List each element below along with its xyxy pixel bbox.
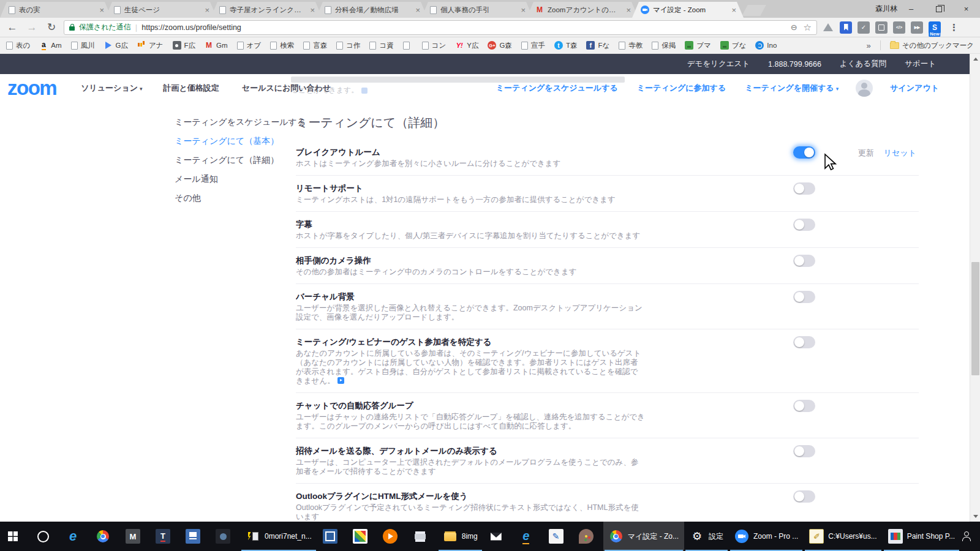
bookmark-item[interactable]: コン xyxy=(422,41,447,50)
setting-toggle[interactable] xyxy=(793,182,815,195)
taskbar-button[interactable] xyxy=(90,522,120,551)
page-scrollbar[interactable] xyxy=(970,54,980,522)
taskbar-button[interactable] xyxy=(347,522,377,551)
taskbar-button[interactable] xyxy=(483,522,513,551)
bookmark-item[interactable]: コ作 xyxy=(336,41,360,50)
tab-close-icon[interactable]: × xyxy=(414,6,421,15)
close-button[interactable]: × xyxy=(952,0,980,18)
minimize-button[interactable]: – xyxy=(897,0,925,18)
taskbar-button[interactable] xyxy=(0,522,30,551)
browser-tab[interactable]: 寺子屋オンラインクラス一覧 × xyxy=(211,2,322,18)
reload-button[interactable]: ↻ xyxy=(44,21,59,34)
taskbar-button[interactable]: 設定 xyxy=(684,522,729,551)
browser-tab[interactable]: 表の実 × xyxy=(0,2,111,18)
scroll-down-arrow[interactable] xyxy=(970,511,980,522)
settings-nav-item[interactable]: ミーティングをスケジュールする xyxy=(175,113,296,132)
browser-tab[interactable]: 分科会場／動物広場 × xyxy=(316,2,428,18)
topbar-link[interactable]: よくある質問 xyxy=(840,59,886,69)
browser-tab[interactable]: 生徒ページ × xyxy=(105,2,217,18)
bookmark-item[interactable]: Fな xyxy=(586,41,609,50)
nav-link[interactable]: セールスにお問い合わせ xyxy=(242,83,333,94)
taskbar-button[interactable]: Paint Shop P... xyxy=(883,522,961,551)
browser-tab[interactable]: マイ設定 - Zoom × xyxy=(632,2,744,18)
taskbar-button[interactable]: 0mori7net_n... xyxy=(240,522,317,551)
video-tutorial-icon[interactable] xyxy=(337,377,344,384)
setting-toggle[interactable] xyxy=(793,291,815,303)
topbar-link[interactable]: 1.888.799.9666 xyxy=(768,60,821,69)
s-new-icon[interactable]: New xyxy=(929,21,941,34)
chrome-menu-icon[interactable]: ⋮ xyxy=(946,22,962,33)
bookmark-item[interactable]: 保掲 xyxy=(652,41,676,50)
bookmark-item[interactable]: 寺教 xyxy=(619,41,643,50)
taskbar-button[interactable] xyxy=(317,522,347,551)
code-icon[interactable] xyxy=(893,21,905,34)
taskbar-button[interactable] xyxy=(180,522,210,551)
avatar[interactable] xyxy=(856,80,873,97)
bookmark-item[interactable]: 言森 xyxy=(303,41,327,50)
tab-close-icon[interactable]: × xyxy=(519,6,527,15)
bookmark-item[interactable]: G森 xyxy=(488,41,511,50)
url-text[interactable]: https://zoom.us/profile/setting xyxy=(141,23,786,32)
bookmark-item[interactable]: G広 xyxy=(104,41,128,50)
taskbar-button[interactable]: マイ設定 - Zo... xyxy=(603,522,684,551)
taskbar-button[interactable] xyxy=(573,522,603,551)
people-tray-icon[interactable] xyxy=(960,531,971,542)
update-button[interactable]: 更新 xyxy=(858,148,874,159)
secure-lock-icon[interactable] xyxy=(69,26,75,31)
bookmark-item[interactable]: Ino xyxy=(755,41,777,50)
bookmark-item[interactable]: 検索 xyxy=(270,41,294,50)
check-icon[interactable] xyxy=(858,21,870,34)
taskbar-button[interactable] xyxy=(60,522,90,551)
bookmark-item[interactable]: Gm xyxy=(205,41,228,50)
nav-link[interactable]: ミーティングを開催する▾ xyxy=(745,83,839,94)
scroll-up-arrow[interactable] xyxy=(970,54,980,64)
bookmark-item[interactable]: T森 xyxy=(554,41,578,50)
topbar-link[interactable]: サポート xyxy=(905,59,936,69)
setting-toggle[interactable] xyxy=(793,255,815,267)
settings-nav-item[interactable]: メール通知 xyxy=(175,170,296,189)
box-icon[interactable] xyxy=(875,21,888,34)
bookmark-star-icon[interactable]: ☆ xyxy=(804,22,812,33)
taskbar-button[interactable]: C:¥Users¥us... xyxy=(804,522,882,551)
browser-tab[interactable]: Zoomアカウントの有効化 - × xyxy=(527,2,638,18)
taskbar-button[interactable] xyxy=(210,522,240,551)
forward-icon[interactable] xyxy=(911,21,923,34)
nav-link[interactable]: ミーティングに参加する xyxy=(637,83,728,94)
taskbar-button[interactable] xyxy=(120,522,150,551)
bookmark-item[interactable]: 宣手 xyxy=(521,41,545,50)
signout-link[interactable]: サインアウト xyxy=(890,83,939,94)
scrollbar-thumb[interactable] xyxy=(971,262,979,375)
setting-toggle[interactable] xyxy=(793,445,815,457)
topbar-link[interactable]: デモをリクエスト xyxy=(687,59,750,69)
nav-link[interactable]: 計画と価格設定 xyxy=(164,83,221,94)
taskbar-button[interactable] xyxy=(407,522,437,551)
taskbar-button[interactable]: Zoom - Pro ... xyxy=(729,522,804,551)
browser-tab[interactable]: 個人事務の手引 × xyxy=(421,2,533,18)
drive-icon[interactable] xyxy=(822,21,834,34)
back-button[interactable]: ← xyxy=(5,21,20,34)
taskbar-button[interactable] xyxy=(543,522,573,551)
taskbar-button[interactable] xyxy=(377,522,407,551)
forward-button[interactable]: → xyxy=(24,21,39,34)
new-tab-button[interactable] xyxy=(742,5,766,16)
setting-toggle[interactable] xyxy=(793,400,815,412)
settings-nav-item[interactable]: ミーティングにて（詳細） xyxy=(175,151,296,170)
tab-close-icon[interactable]: × xyxy=(98,6,105,15)
reset-link[interactable]: リセット xyxy=(884,148,916,159)
tab-close-icon[interactable]: × xyxy=(309,6,316,15)
bookmark-item[interactable]: コ資 xyxy=(369,41,393,50)
bookmark-blue-icon[interactable] xyxy=(840,21,852,34)
bookmark-item[interactable]: 表の xyxy=(6,41,30,50)
settings-nav-item[interactable]: その他 xyxy=(175,189,296,208)
address-bar[interactable]: 保護された通信 | https://zoom.us/profile/settin… xyxy=(64,20,817,35)
settings-nav-item[interactable]: ミーティングにて（基本） xyxy=(175,132,296,151)
bookmark-item[interactable]: Y広 xyxy=(455,41,478,50)
bookmark-item[interactable]: 風川 xyxy=(71,41,95,50)
nav-link[interactable]: ミーティングをスケジュールする xyxy=(496,83,620,94)
chrome-profile-name[interactable]: 森川林 xyxy=(875,4,897,14)
bookmark-item[interactable]: F広 xyxy=(173,41,196,50)
setting-toggle[interactable] xyxy=(793,146,815,159)
bookmark-item[interactable]: Am xyxy=(39,41,61,50)
setting-toggle[interactable] xyxy=(793,219,815,231)
setting-toggle[interactable] xyxy=(793,490,815,503)
